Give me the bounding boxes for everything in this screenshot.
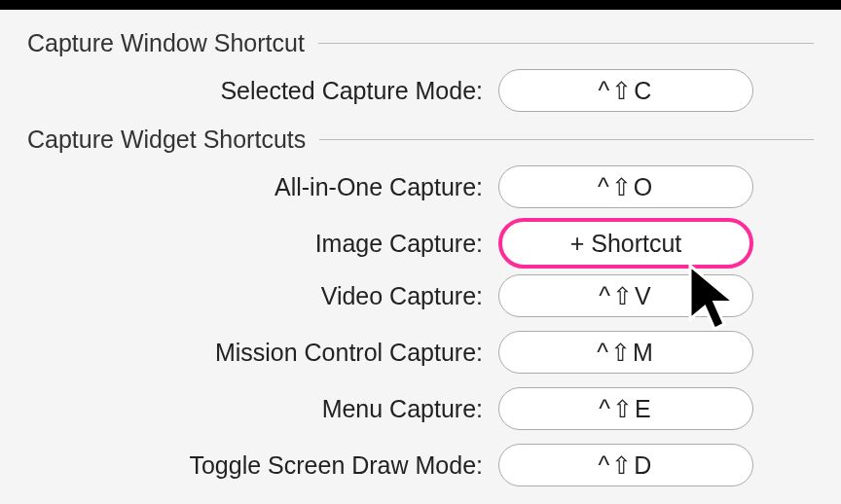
label-video-capture: Video Capture: bbox=[27, 282, 498, 310]
label-toggle-draw: Toggle Screen Draw Mode: bbox=[27, 451, 498, 480]
shortcut-value: ^⇧E bbox=[599, 395, 652, 423]
shortcut-value: ^⇧D bbox=[599, 451, 654, 480]
shortcut-value: ^⇧C bbox=[599, 77, 654, 105]
row-image-capture: Image Capture: + Shortcut bbox=[27, 222, 814, 265]
shortcut-toggle-draw[interactable]: ^⇧D bbox=[498, 444, 753, 486]
shortcut-video-capture[interactable]: ^⇧V bbox=[498, 274, 753, 317]
shortcut-mission-control[interactable]: ^⇧M bbox=[498, 331, 753, 374]
section-divider bbox=[318, 43, 814, 44]
section-capture-window: Capture Window Shortcut bbox=[27, 29, 814, 57]
shortcut-value: ^⇧M bbox=[597, 339, 655, 367]
row-mission-control-capture: Mission Control Capture: ^⇧M bbox=[27, 331, 814, 374]
shortcut-value: + Shortcut bbox=[570, 230, 682, 258]
label-image-capture: Image Capture: bbox=[27, 230, 498, 258]
label-menu-capture: Menu Capture: bbox=[27, 395, 498, 423]
section-capture-widget: Capture Widget Shortcuts bbox=[27, 126, 814, 154]
window-titlebar-strip bbox=[0, 0, 841, 10]
section-title-capture-widget: Capture Widget Shortcuts bbox=[27, 126, 306, 154]
keyboard-shortcuts-panel: Capture Window Shortcut Selected Capture… bbox=[0, 10, 841, 486]
shortcut-menu-capture[interactable]: ^⇧E bbox=[498, 387, 753, 430]
row-all-in-one-capture: All-in-One Capture: ^⇧O bbox=[27, 165, 814, 208]
shortcut-value: ^⇧V bbox=[599, 282, 652, 310]
row-toggle-screen-draw: Toggle Screen Draw Mode: ^⇧D bbox=[27, 444, 814, 486]
section-title-capture-window: Capture Window Shortcut bbox=[27, 29, 305, 57]
section-divider bbox=[319, 139, 814, 140]
shortcut-all-in-one[interactable]: ^⇧O bbox=[498, 165, 753, 208]
shortcut-value: ^⇧O bbox=[598, 173, 654, 201]
shortcut-selected-capture-mode[interactable]: ^⇧C bbox=[498, 69, 753, 112]
shortcut-image-capture[interactable]: + Shortcut bbox=[498, 218, 753, 269]
row-video-capture: Video Capture: ^⇧V bbox=[27, 274, 814, 317]
row-menu-capture: Menu Capture: ^⇧E bbox=[27, 387, 814, 430]
row-selected-capture-mode: Selected Capture Mode: ^⇧C bbox=[27, 69, 814, 112]
label-selected-capture-mode: Selected Capture Mode: bbox=[27, 77, 498, 105]
label-mission-control: Mission Control Capture: bbox=[27, 339, 498, 367]
label-all-in-one: All-in-One Capture: bbox=[27, 173, 498, 201]
